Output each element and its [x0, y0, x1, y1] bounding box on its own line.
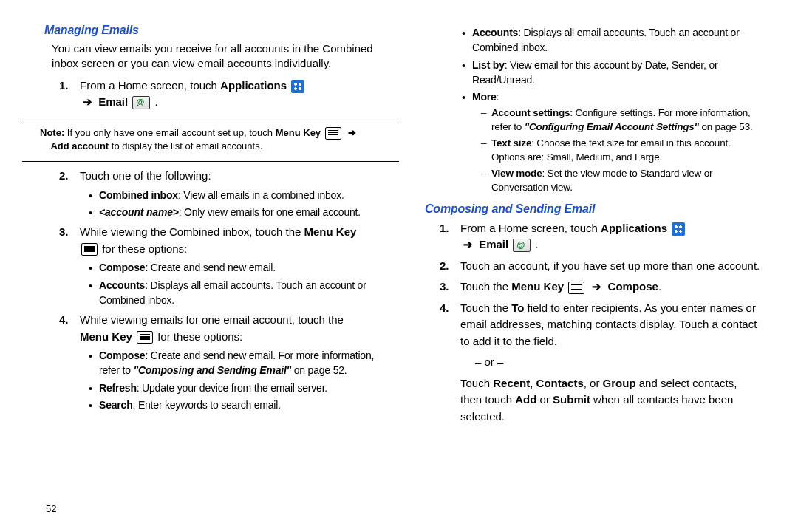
arrow-icon: ➔ — [460, 238, 476, 250]
r2-text: Touch an account, if you have set up mor… — [460, 259, 760, 272]
step-4: While viewing emails for one email accou… — [65, 312, 384, 412]
intro-paragraph: You can view emails you receive for all … — [52, 41, 384, 72]
more-label: More — [472, 91, 497, 103]
textsize-label: Text size — [491, 137, 531, 149]
listby-text: : View email for this account by Date, S… — [472, 59, 717, 86]
steps-list-left-2: Touch one of the following: Combined inb… — [44, 168, 384, 412]
r4-submit: Submit — [553, 393, 590, 406]
applications-label: Applications — [220, 79, 287, 92]
email-icon — [132, 96, 150, 109]
bullet-search: Search: Enter keywords to search email. — [89, 398, 384, 412]
r3-text-a: Touch the — [460, 280, 511, 293]
note-add-account: Add account — [50, 140, 109, 151]
refresh-text: : Update your device from the email serv… — [137, 382, 327, 394]
bullet-more: More: Account settings: Configure settin… — [462, 89, 761, 195]
acct-settings-ref: "Configuring Email Account Settings" — [525, 121, 699, 132]
combined-inbox-text: : View all emails in a combined inbox. — [178, 189, 344, 201]
note-label: Note: — [40, 127, 64, 138]
steps-list-right: From a Home screen, touch Applications ➔… — [425, 220, 761, 426]
step3-text-a: While viewing the Combined inbox, touch … — [80, 225, 304, 238]
step3-bullets: Compose: Create and send new email. Acco… — [89, 260, 384, 307]
step-1: From a Home screen, touch Applications ➔… — [65, 78, 384, 111]
viewmode-label: View mode — [491, 168, 542, 179]
separator-bottom — [22, 161, 399, 162]
separator-top — [22, 120, 399, 120]
r1-apps: Applications — [601, 222, 667, 234]
heading-managing-emails: Managing Emails — [44, 24, 384, 37]
step4-menu-key: Menu Key — [80, 330, 132, 343]
note-block: Note: If you only have one email account… — [40, 126, 384, 153]
refresh-label: Refresh — [99, 382, 137, 394]
arrow-icon: ➔ — [345, 127, 359, 138]
step4-text-a: While viewing emails for one email accou… — [80, 313, 344, 326]
accounts-label-r: Accounts — [472, 27, 518, 38]
email-label: Email — [98, 95, 128, 108]
account-name-label: <account name> — [99, 206, 179, 218]
listby-label: List by — [472, 59, 505, 71]
step4-bullets: Compose: Create and send new email. For … — [89, 348, 384, 412]
r1-email: Email — [479, 238, 508, 250]
arrow-icon: ➔ — [80, 95, 95, 108]
applications-icon — [672, 222, 685, 236]
note-text-a: If you only have one email account set u… — [64, 127, 275, 138]
bullet-accounts-r: Accounts: Displays all email accounts. T… — [462, 25, 761, 55]
email-icon — [513, 239, 531, 252]
step4-text-b: for these options: — [154, 330, 242, 343]
compose-label-2: Compose — [99, 349, 145, 361]
bullet-compose-2: Compose: Create and send new email. For … — [89, 348, 384, 378]
bullet-compose: Compose: Create and send new email. — [89, 260, 384, 275]
right-column: Accounts: Displays all email accounts. T… — [425, 21, 761, 429]
rstep-4: Touch the To field to enter recipients. … — [446, 300, 761, 426]
sub-account-settings: Account settings: Configure settings. Fo… — [481, 106, 761, 134]
step-3: While viewing the Combined inbox, touch … — [65, 224, 384, 307]
more-sublist: Account settings: Configure settings. Fo… — [481, 106, 761, 194]
menu-key-icon — [137, 331, 153, 344]
bullet-account-name: <account name>: Only view emails for one… — [89, 205, 384, 219]
step3-text-b: for these options: — [99, 242, 187, 255]
account-name-text: : Only view emails for one email account… — [179, 206, 361, 218]
menu-key-icon — [568, 282, 584, 294]
r4-group: Group — [603, 377, 636, 389]
steps-list-left: From a Home screen, touch Applications ➔… — [44, 78, 384, 111]
composing-ref: "Composing and Sending Email" — [133, 364, 291, 376]
bullet-refresh: Refresh: Update your device from the ema… — [89, 381, 384, 395]
r4-to: To — [511, 301, 524, 314]
heading-composing-email: Composing and Sending Email — [425, 202, 761, 216]
applications-icon — [291, 80, 304, 93]
bullet-combined-inbox: Combined inbox: View all emails in a com… — [89, 188, 384, 202]
compose-label: Compose — [99, 262, 145, 273]
r4-c5: or — [536, 393, 553, 406]
r4-c2: , — [530, 377, 536, 389]
combined-inbox-label: Combined inbox — [99, 189, 178, 201]
acct-settings-pg: on page 53. — [699, 121, 753, 132]
step3-menu-key: Menu Key — [304, 225, 357, 238]
bullet-listby: List by: View email for this account by … — [462, 58, 761, 88]
note-menu-key: Menu Key — [276, 127, 321, 138]
step2-text: Touch one of the following: — [80, 169, 211, 182]
r3-compose: Compose — [608, 280, 658, 293]
step1-text-a: From a Home screen, touch — [80, 79, 220, 92]
sub-view-mode: View mode: Set the view mode to Standard… — [481, 167, 761, 195]
note-text-c: to display the list of email accounts. — [109, 140, 262, 151]
step2-bullets: Combined inbox: View all emails in a com… — [89, 188, 384, 220]
sub-text-size: Text size: Choose the text size for emai… — [481, 137, 761, 165]
left-column: Managing Emails You can view emails you … — [44, 21, 384, 429]
compose-text: : Create and send new email. — [145, 262, 276, 273]
menu-key-icon — [325, 127, 341, 140]
manual-page: Managing Emails You can view emails you … — [0, 0, 798, 444]
rstep-1: From a Home screen, touch Applications ➔… — [446, 220, 761, 253]
or-separator: – or – — [475, 354, 761, 371]
arrow-icon: ➔ — [589, 280, 604, 293]
composing-ref-pg: on page 52. — [291, 364, 347, 376]
r3-menu: Menu Key — [511, 280, 564, 293]
r4-contacts: Contacts — [536, 377, 584, 389]
search-text: : Enter keywords to search email. — [133, 399, 281, 411]
rstep-2: Touch an account, if you have set up mor… — [446, 258, 761, 275]
r4-add: Add — [515, 393, 536, 406]
acct-settings-label: Account settings — [491, 107, 570, 118]
page-number: 52 — [46, 503, 56, 514]
rstep-3: Touch the Menu Key ➔ Compose. — [446, 279, 761, 296]
r1-text-a: From a Home screen, touch — [460, 222, 601, 234]
r4-recent: Recent — [493, 377, 530, 389]
accounts-label: Accounts — [99, 279, 145, 291]
